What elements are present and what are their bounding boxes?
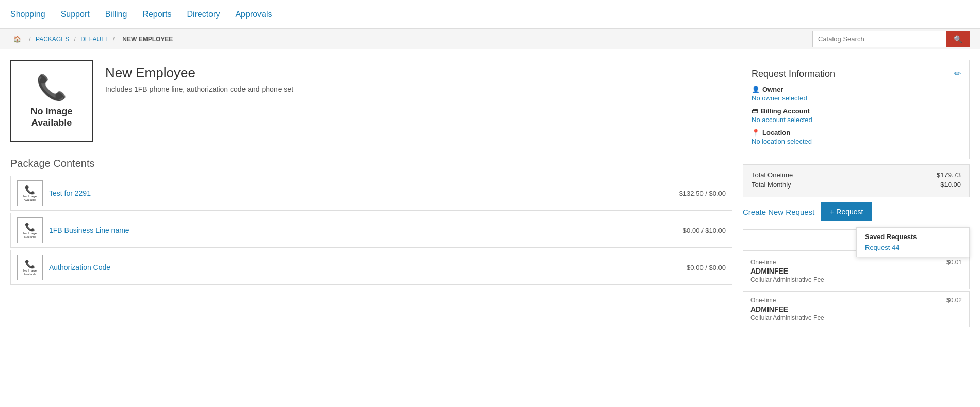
nav-support[interactable]: Support bbox=[61, 10, 90, 19]
package-item-name-3[interactable]: Authorization Code bbox=[49, 263, 687, 272]
billing-icon: 🗃 bbox=[752, 107, 758, 115]
home-icon: 🏠 bbox=[13, 36, 21, 43]
owner-section: 👤 Owner No owner selected bbox=[752, 86, 961, 102]
saved-requests-title: Saved Requests bbox=[865, 233, 961, 241]
right-sidebar: Request Information ✏ 👤 Owner No owner s… bbox=[743, 60, 970, 329]
fee-card-top-2: One-time $0.02 bbox=[750, 297, 962, 304]
phone-small-icon-3: 📞 bbox=[25, 259, 35, 269]
fee-desc-2: Cellular Administrative Fee bbox=[750, 314, 962, 321]
package-item-name-2[interactable]: 1FB Business Line name bbox=[49, 226, 683, 234]
search-button[interactable]: 🔍 bbox=[946, 31, 970, 47]
package-contents: Package Contents 📞 No Image Available Te… bbox=[10, 158, 732, 285]
location-section: 📍 Location No location selected bbox=[752, 129, 961, 145]
package-item-price-1: $132.50 / $0.00 bbox=[679, 190, 726, 197]
owner-icon: 👤 bbox=[752, 86, 760, 93]
location-icon: 📍 bbox=[752, 129, 760, 137]
fee-card-2: One-time $0.02 ADMINFEE Cellular Adminis… bbox=[743, 291, 970, 327]
billing-section: 🗃 Billing Account No account selected bbox=[752, 107, 961, 124]
product-image: 📞 No Image Available bbox=[10, 60, 93, 142]
fee-card-1: One-time $0.01 ADMINFEE Cellular Adminis… bbox=[743, 253, 970, 289]
search-input[interactable] bbox=[812, 31, 946, 47]
package-item-thumb-3: 📞 No Image Available bbox=[17, 255, 43, 280]
location-value[interactable]: No location selected bbox=[752, 138, 961, 145]
totals-monthly-label: Total Monthly bbox=[752, 181, 791, 189]
fee-type-1: One-time bbox=[750, 259, 776, 266]
owner-label: 👤 Owner bbox=[752, 86, 961, 93]
fee-type-2: One-time bbox=[750, 297, 776, 304]
package-item-1: 📞 No Image Available Test for 2291 $132.… bbox=[10, 176, 732, 211]
edit-icon[interactable]: ✏ bbox=[954, 69, 961, 78]
content-area: 📞 No Image Available New Employee Includ… bbox=[10, 60, 732, 329]
fee-price-2: $0.02 bbox=[946, 297, 962, 304]
create-new-request-link[interactable]: Create New Request bbox=[743, 208, 814, 216]
nav-billing[interactable]: Billing bbox=[105, 10, 127, 19]
nav-shopping[interactable]: Shopping bbox=[10, 10, 45, 19]
totals-monthly-row: Total Monthly $10.00 bbox=[752, 181, 961, 189]
package-item-price-3: $0.00 / $0.00 bbox=[687, 264, 726, 272]
action-row: Create New Request + Request Saved Reque… bbox=[743, 202, 970, 221]
fee-name-2: ADMINFEE bbox=[750, 305, 962, 313]
request-info-title: Request Information bbox=[752, 69, 961, 79]
breadcrumb-bar: 🏠 / PACKAGES / DEFAULT / NEW EMPLOYEE 🔍 bbox=[0, 29, 980, 49]
product-header: 📞 No Image Available New Employee Includ… bbox=[10, 60, 732, 142]
owner-value[interactable]: No owner selected bbox=[752, 94, 961, 102]
breadcrumb-sep2: / bbox=[72, 36, 77, 43]
nav-reports[interactable]: Reports bbox=[142, 10, 171, 19]
package-item-name-1[interactable]: Test for 2291 bbox=[49, 189, 679, 197]
location-label: 📍 Location bbox=[752, 129, 961, 137]
totals-monthly-value: $10.00 bbox=[940, 181, 961, 189]
package-item-3: 📞 No Image Available Authorization Code … bbox=[10, 250, 732, 285]
phone-small-icon-2: 📞 bbox=[25, 222, 35, 232]
fee-card-top-1: One-time $0.01 bbox=[750, 259, 962, 266]
package-contents-title: Package Contents bbox=[10, 158, 732, 169]
breadcrumb: 🏠 / PACKAGES / DEFAULT / NEW EMPLOYEE bbox=[10, 36, 176, 43]
package-item-2: 📞 No Image Available 1FB Business Line n… bbox=[10, 213, 732, 248]
totals-onetime-row: Total Onetime $179.73 bbox=[752, 171, 961, 179]
breadcrumb-sep1: / bbox=[27, 36, 32, 43]
nav-approvals[interactable]: Approvals bbox=[235, 10, 272, 19]
fee-price-1: $0.01 bbox=[946, 259, 962, 266]
fee-desc-1: Cellular Administrative Fee bbox=[750, 276, 962, 283]
nav-directory[interactable]: Directory bbox=[187, 10, 220, 19]
breadcrumb-packages[interactable]: PACKAGES bbox=[36, 36, 69, 43]
phone-icon: 📞 bbox=[36, 73, 67, 102]
package-item-price-2: $0.00 / $10.00 bbox=[683, 227, 726, 234]
breadcrumb-current: NEW EMPLOYEE bbox=[122, 36, 173, 43]
fee-name-1: ADMINFEE bbox=[750, 267, 962, 275]
breadcrumb-sep3: / bbox=[111, 36, 116, 43]
package-item-thumb-2: 📞 No Image Available bbox=[17, 217, 43, 243]
top-navigation: Shopping Support Billing Reports Directo… bbox=[0, 0, 980, 29]
phone-small-icon-1: 📞 bbox=[25, 185, 35, 195]
saved-request-item[interactable]: Request 44 bbox=[865, 244, 961, 251]
billing-label: 🗃 Billing Account bbox=[752, 107, 961, 115]
dropdown-popup: Saved Requests Request 44 bbox=[856, 227, 970, 257]
package-item-thumb-1: 📞 No Image Available bbox=[17, 180, 43, 206]
request-info-card: Request Information ✏ 👤 Owner No owner s… bbox=[743, 60, 970, 159]
totals-onetime-value: $179.73 bbox=[937, 171, 961, 179]
product-description: Includes 1FB phone line, authorization c… bbox=[105, 85, 293, 93]
billing-value[interactable]: No account selected bbox=[752, 116, 961, 124]
main-content: 📞 No Image Available New Employee Includ… bbox=[0, 49, 980, 340]
request-button[interactable]: + Request bbox=[821, 202, 872, 221]
product-title: New Employee bbox=[105, 65, 293, 81]
product-info: New Employee Includes 1FB phone line, au… bbox=[105, 60, 293, 142]
no-image-text: No Image Available bbox=[30, 106, 72, 128]
totals-card: Total Onetime $179.73 Total Monthly $10.… bbox=[743, 164, 970, 197]
totals-onetime-label: Total Onetime bbox=[752, 171, 793, 179]
breadcrumb-default[interactable]: DEFAULT bbox=[80, 36, 108, 43]
search-form: 🔍 bbox=[812, 31, 970, 47]
